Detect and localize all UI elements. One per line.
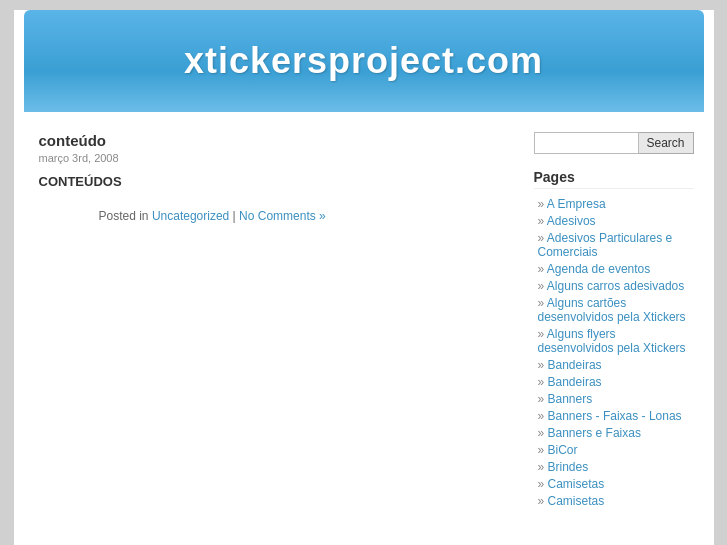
search-button[interactable]: Search: [639, 132, 694, 154]
list-item: Camisetas: [534, 494, 694, 508]
page-link[interactable]: Banners: [548, 392, 593, 406]
post-comments-link[interactable]: No Comments »: [239, 209, 326, 223]
page-link[interactable]: Bandeiras: [548, 358, 602, 372]
search-input[interactable]: [534, 132, 639, 154]
list-item: Adesivos Particulares e Comerciais: [534, 231, 694, 259]
post-category-link[interactable]: Uncategorized: [152, 209, 229, 223]
page-link[interactable]: A Empresa: [547, 197, 606, 211]
list-item: Camisetas: [534, 477, 694, 491]
list-item: A Empresa: [534, 197, 694, 211]
post-footer-prefix: Posted in: [99, 209, 152, 223]
page-link[interactable]: Camisetas: [548, 494, 605, 508]
page-link[interactable]: Adesivos: [547, 214, 596, 228]
main-content: conteúdo março 3rd, 2008 CONTEÚDOS Poste…: [24, 122, 524, 521]
post-footer: Posted in Uncategorized | No Comments »: [99, 209, 509, 223]
page-link[interactable]: BiCor: [548, 443, 578, 457]
list-item: Banners e Faixas: [534, 426, 694, 440]
page-link[interactable]: Agenda de eventos: [547, 262, 650, 276]
pages-section-title: Pages: [534, 169, 694, 189]
site-header: xtickersproject.com: [24, 10, 704, 112]
list-item: Banners: [534, 392, 694, 406]
list-item: Alguns cartões desenvolvidos pela Xticke…: [534, 296, 694, 324]
site-title: xtickersproject.com: [44, 40, 684, 82]
page-link[interactable]: Camisetas: [548, 477, 605, 491]
page-link[interactable]: Alguns flyers desenvolvidos pela Xticker…: [538, 327, 686, 355]
page-link[interactable]: Brindes: [548, 460, 589, 474]
page-link[interactable]: Banners - Faixas - Lonas: [548, 409, 682, 423]
content-area: conteúdo março 3rd, 2008 CONTEÚDOS Poste…: [14, 112, 714, 531]
list-item: Alguns flyers desenvolvidos pela Xticker…: [534, 327, 694, 355]
sidebar: Search Pages A EmpresaAdesivosAdesivos P…: [524, 122, 704, 521]
post-footer-separator: |: [229, 209, 239, 223]
search-form: Search: [534, 132, 694, 154]
list-item: Bandeiras: [534, 375, 694, 389]
list-item: Adesivos: [534, 214, 694, 228]
list-item: BiCor: [534, 443, 694, 457]
post-heading: CONTEÚDOS: [39, 174, 509, 189]
page-link[interactable]: Banners e Faixas: [548, 426, 641, 440]
post-date: março 3rd, 2008: [39, 152, 509, 164]
page-link[interactable]: Bandeiras: [548, 375, 602, 389]
list-item: Banners - Faixas - Lonas: [534, 409, 694, 423]
post-title: conteúdo: [39, 132, 509, 149]
page-link[interactable]: Adesivos Particulares e Comerciais: [538, 231, 673, 259]
page-link[interactable]: Alguns cartões desenvolvidos pela Xticke…: [538, 296, 686, 324]
list-item: Agenda de eventos: [534, 262, 694, 276]
list-item: Brindes: [534, 460, 694, 474]
list-item: Alguns carros adesivados: [534, 279, 694, 293]
page-link[interactable]: Alguns carros adesivados: [547, 279, 684, 293]
pages-list: A EmpresaAdesivosAdesivos Particulares e…: [534, 197, 694, 508]
list-item: Bandeiras: [534, 358, 694, 372]
